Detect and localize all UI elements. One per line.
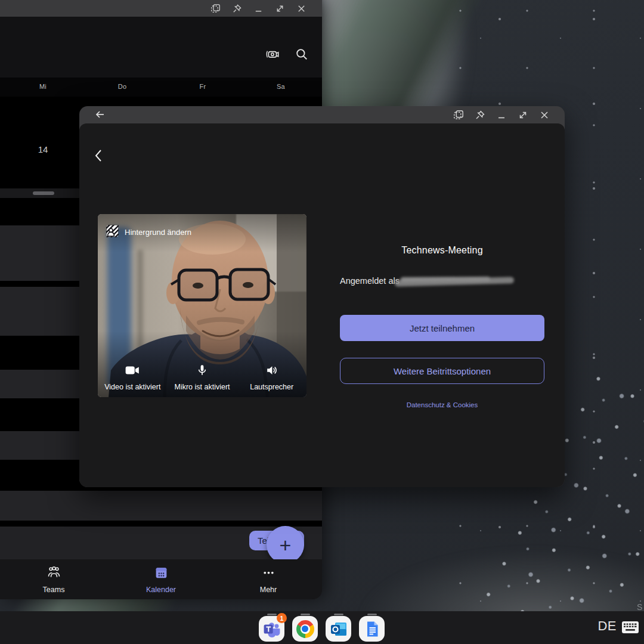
language-indicator[interactable]: DE (597, 618, 617, 634)
mic-toggle-label: Mikro ist aktiviert (174, 383, 230, 391)
nav-label: Kalender (146, 586, 176, 594)
calendar-icon (154, 565, 169, 583)
taskbar-app-docs[interactable] (359, 616, 385, 642)
maximize-icon[interactable] (516, 109, 530, 122)
close-icon[interactable] (295, 2, 308, 15)
keyboard-icon[interactable] (621, 621, 639, 636)
pin-window-icon[interactable] (230, 2, 243, 15)
change-background-label: Hintergrund ändern (125, 228, 191, 237)
add-event-fab[interactable]: + (267, 526, 304, 564)
meeting-body: Hintergrund ändern Video ist aktiviert (79, 123, 565, 487)
taskbar-app-outlook[interactable] (326, 616, 351, 642)
speaker-toggle-label: Lautsprecher (250, 383, 293, 391)
preview-controls: Video ist aktiviert Mikro ist aktiviert (98, 364, 306, 391)
desktop: S (0, 0, 644, 644)
chevron-back-icon[interactable] (91, 147, 106, 164)
signed-in-row: Angemeldet als (340, 276, 544, 288)
camera-icon (125, 364, 140, 379)
day-header: Do (118, 83, 126, 90)
drag-handle[interactable] (33, 191, 54, 195)
minimize-icon[interactable] (495, 109, 508, 122)
maximize-icon[interactable] (273, 2, 286, 15)
nav-label: Teams (43, 586, 65, 594)
calendar-day-header-row: Mi Do Fr Sa (0, 78, 322, 97)
outlook-app-icon (326, 616, 351, 642)
wallpaper-letter: S (637, 602, 642, 612)
day-header: Mi (39, 83, 47, 90)
chrome-app-icon (292, 616, 318, 642)
running-indicator (367, 614, 377, 615)
pin-window-icon[interactable] (473, 109, 487, 122)
nav-item-kalender[interactable]: Kalender (107, 559, 215, 599)
calendar-event-row[interactable] (0, 491, 322, 521)
calendar-titlebar-controls (209, 0, 308, 17)
notification-badge: 1 (277, 613, 287, 623)
taskbar-dock: 1 (259, 611, 385, 644)
people-icon (47, 565, 61, 583)
nav-item-teams[interactable]: Teams (0, 559, 107, 599)
running-indicator (334, 614, 343, 615)
speaker-icon (265, 364, 278, 379)
mic-toggle[interactable]: Mikro ist aktiviert (168, 364, 237, 391)
taskbar: 1 (0, 611, 644, 644)
change-background-chip[interactable]: Hintergrund ändern (106, 225, 191, 239)
taskbar-app-teams[interactable]: 1 (259, 616, 284, 642)
nav-item-mehr[interactable]: Mehr (215, 559, 322, 599)
meet-now-icon[interactable] (264, 45, 282, 63)
close-icon[interactable] (538, 109, 551, 122)
more-dots-icon (261, 565, 276, 583)
video-toggle[interactable]: Video ist aktiviert (98, 364, 168, 391)
join-panel: Technews-Meeting Angemeldet als Jetzt te… (340, 123, 544, 487)
minimize-icon[interactable] (252, 2, 265, 15)
video-toggle-label: Video ist aktiviert (104, 383, 160, 391)
join-now-label: Jetzt teilnehmen (410, 323, 475, 333)
signed-in-label: Angemeldet als (340, 276, 400, 286)
taskbar-app-chrome[interactable] (292, 616, 318, 642)
mic-icon (196, 364, 209, 379)
docs-app-icon (359, 616, 385, 642)
search-icon[interactable] (293, 45, 311, 63)
meeting-join-window: Hintergrund ändern Video ist aktiviert (79, 106, 565, 487)
privacy-cookies-link[interactable]: Datenschutz & Cookies (340, 401, 544, 408)
video-preview: Hintergrund ändern Video ist aktiviert (98, 214, 306, 397)
bottom-navigation: Teams Kalender (0, 559, 322, 599)
capture-window-icon[interactable] (209, 2, 222, 15)
meeting-title: Technews-Meeting (340, 245, 544, 256)
running-indicator (267, 614, 277, 615)
background-effect-icon (106, 225, 119, 239)
day-header: Fr (200, 83, 206, 90)
nav-label: Mehr (260, 586, 277, 594)
date-label: 14 (38, 144, 48, 154)
redacted-account-name (395, 277, 514, 287)
meeting-titlebar-controls (452, 106, 551, 123)
more-join-options-label: Weitere Beitrittsoptionen (394, 366, 491, 376)
more-join-options-button[interactable]: Weitere Beitrittsoptionen (340, 358, 544, 384)
speaker-toggle[interactable]: Lautsprecher (237, 364, 306, 391)
day-header: Sa (277, 83, 285, 90)
meeting-titlebar (79, 106, 565, 123)
back-arrow-icon[interactable] (94, 108, 107, 121)
plus-icon: + (280, 535, 292, 555)
capture-window-icon[interactable] (452, 109, 465, 122)
calendar-appbar (0, 17, 322, 78)
join-now-button[interactable]: Jetzt teilnehmen (340, 315, 544, 341)
running-indicator (301, 614, 310, 615)
